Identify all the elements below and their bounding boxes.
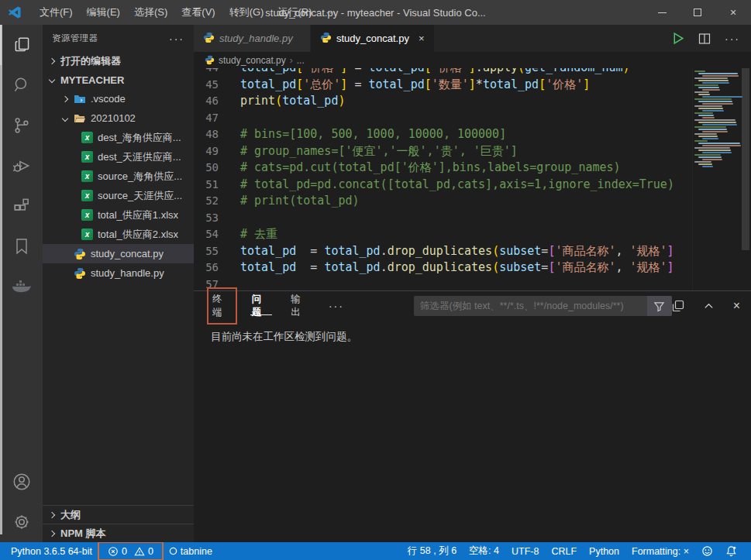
menu-item-e[interactable]: 编辑(E) — [80, 0, 127, 25]
extensions-icon[interactable] — [0, 186, 43, 226]
formatting-status[interactable]: Formatting: × — [625, 542, 695, 560]
tree-item-source_...[interactable]: xsource_天涯供应... — [43, 186, 194, 205]
tabnine-status[interactable]: tabnine — [163, 542, 219, 560]
maximize-button[interactable] — [680, 0, 715, 25]
menu-item-f[interactable]: 文件(F) — [33, 0, 80, 25]
editor-tab-study_handle.py[interactable]: study_handle.py — [194, 25, 310, 52]
breadcrumb-more[interactable]: ... — [297, 55, 305, 66]
account-icon[interactable] — [0, 462, 43, 502]
explorer-sidebar: 资源管理器 ··· 打开的编辑器 MYTEACHER .vscode202101… — [43, 25, 194, 542]
line-content: # 去重 — [231, 226, 277, 243]
code-line-45: 45total_pd['总价'] = total_pd['数量']*total_… — [194, 77, 692, 94]
menu-item-v[interactable]: 查看(V) — [174, 0, 222, 25]
menu-item-[interactable]: ··· — [319, 0, 343, 25]
open-editors-section[interactable]: 打开的编辑器 — [43, 52, 194, 70]
indentation-status[interactable]: 空格: 4 — [463, 542, 505, 560]
cursor-position-status[interactable]: 行 58 , 列 6 — [401, 542, 463, 560]
tree-item-label: dest_天涯供应商... — [98, 150, 181, 164]
notifications-icon[interactable] — [719, 542, 743, 560]
more-actions-icon[interactable]: ··· — [725, 33, 740, 45]
code-editor[interactable]: 44total_pd['价格'] = total_pd['价格'].apply(… — [194, 68, 751, 290]
panel-tab-终端[interactable]: 终端 — [211, 291, 233, 321]
tree-item-dest_...[interactable]: xdest_海角供应商... — [43, 128, 194, 147]
close-panel-icon[interactable]: × — [733, 299, 740, 313]
run-debug-icon[interactable] — [0, 146, 43, 186]
code-line-56: 56total_pd = total_pd.drop_duplicates(su… — [194, 259, 692, 277]
panel-tab-问题[interactable]: 问题 — [250, 291, 273, 321]
menu-item-g[interactable]: 转到(G) — [222, 0, 271, 25]
language-mode-status[interactable]: Python — [583, 542, 625, 560]
scrollbar-slider[interactable] — [742, 68, 749, 250]
source-control-icon[interactable] — [0, 105, 43, 146]
menu-item-s[interactable]: 选择(S) — [127, 0, 174, 25]
settings-gear-icon[interactable] — [0, 502, 43, 542]
vscode-logo-icon — [8, 5, 22, 19]
menu-item-r[interactable]: 运行(R) — [270, 0, 319, 25]
line-content — [231, 110, 240, 127]
breadcrumb-file[interactable]: study_concat.py — [219, 55, 286, 66]
line-content — [231, 277, 240, 291]
line-content: # group_names=['便宜','一般','贵', '巨贵'] — [231, 143, 518, 160]
docker-icon[interactable] — [0, 266, 43, 307]
minimize-button[interactable] — [644, 0, 680, 25]
line-number: 45 — [194, 77, 231, 94]
python-interpreter-status[interactable]: Python 3.6.5 64-bit — [0, 542, 98, 560]
open-panel-in-editor-icon[interactable] — [672, 300, 684, 312]
line-content: print(total_pd) — [231, 93, 345, 110]
tree-item-total_2.xlsx[interactable]: xtotal_供应商2.xlsx — [43, 225, 194, 244]
tree-item-label: 20210102 — [91, 112, 136, 124]
tree-item-total_1.xlsx[interactable]: xtotal_供应商1.xlsx — [43, 205, 194, 225]
python-file-icon — [320, 32, 332, 46]
tree-item-label: dest_海角供应商... — [98, 131, 181, 145]
editor-scrollbar[interactable] — [740, 68, 751, 290]
error-count: 0 — [122, 546, 127, 557]
sidebar-bottom-sections: 大纲NPM 脚本 — [43, 505, 194, 542]
feedback-icon[interactable] — [695, 542, 719, 560]
panel-tab-输出[interactable]: 输出 — [289, 291, 312, 321]
sidebar-more-actions-icon[interactable]: ··· — [169, 33, 184, 45]
close-button[interactable]: × — [715, 0, 751, 25]
panel-more-actions-icon[interactable]: ··· — [329, 300, 344, 312]
tree-item-label: total_供应商1.xlsx — [98, 208, 178, 222]
line-number: 56 — [194, 259, 231, 277]
open-editors-label: 打开的编辑器 — [60, 54, 121, 68]
excel-file-icon: x — [81, 170, 93, 182]
line-content: # cats=pd.cut(total_pd['价格'],bins,labels… — [231, 160, 621, 177]
editor-tab-study_concat.py[interactable]: study_concat.py× — [311, 25, 434, 52]
tree-item-20210102[interactable]: 20210102 — [43, 108, 194, 128]
tree-item-label: study_handle.py — [91, 267, 164, 279]
sidebar-section-outline[interactable]: 大纲 — [43, 505, 194, 524]
filter-funnel-icon[interactable] — [647, 296, 672, 316]
minimap[interactable] — [692, 68, 740, 290]
breadcrumb[interactable]: study_concat.py › ... — [194, 52, 751, 68]
excel-file-icon: x — [81, 190, 93, 201]
workspace-root[interactable]: MYTEACHER — [43, 70, 194, 89]
explorer-icon[interactable] — [0, 25, 43, 65]
chevron-right-icon — [62, 95, 68, 101]
maximize-panel-icon[interactable] — [703, 301, 715, 312]
tree-item-label: .vscode — [91, 93, 126, 105]
tree-item-study_concat.py[interactable]: study_concat.py — [43, 244, 194, 263]
problems-filter[interactable] — [414, 296, 672, 316]
bookmarks-icon[interactable] — [0, 226, 43, 266]
sidebar-section-npm-scripts[interactable]: NPM 脚本 — [43, 524, 194, 542]
run-python-file-icon[interactable] — [671, 32, 684, 45]
python-file-icon — [203, 32, 215, 46]
chevron-right-icon — [49, 530, 55, 536]
tab-close-icon[interactable]: × — [419, 33, 425, 44]
editor-group: study_handle.pystudy_concat.py× ··· stud… — [194, 25, 751, 542]
tree-item-source_...[interactable]: xsource_海角供应... — [43, 167, 194, 186]
eol-status[interactable]: CRLF — [545, 542, 583, 560]
excel-file-icon: x — [81, 151, 93, 163]
problems-status[interactable]: 0 0 — [98, 542, 163, 560]
tree-item-study_handle.py[interactable]: study_handle.py — [43, 263, 194, 283]
line-content — [231, 210, 240, 227]
tree-item-.vscode[interactable]: .vscode — [43, 89, 194, 108]
problems-filter-input[interactable] — [414, 301, 647, 311]
menu-bar: 文件(F)编辑(E)选择(S)查看(V)转到(G)运行(R)··· — [33, 0, 343, 25]
tree-item-dest_...[interactable]: xdest_天涯供应商... — [43, 147, 194, 167]
vscode-folder-icon — [74, 93, 86, 105]
encoding-status[interactable]: UTF-8 — [505, 542, 545, 560]
split-editor-icon[interactable] — [698, 33, 711, 45]
search-icon[interactable] — [0, 65, 43, 105]
